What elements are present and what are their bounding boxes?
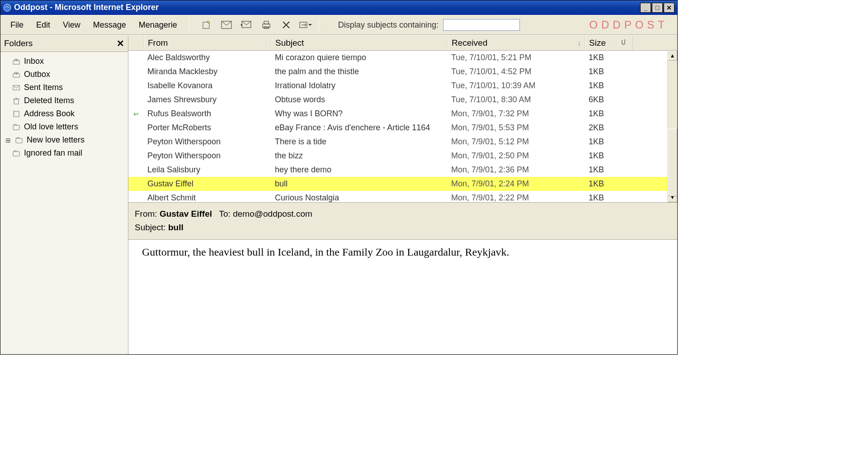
svg-rect-4: [263, 24, 270, 28]
maximize-button[interactable]: □: [652, 3, 663, 13]
message-size: 1KB: [585, 164, 617, 176]
message-list: Alec BaldsworthyMi corazon quiere tiempo…: [128, 51, 677, 203]
print-icon[interactable]: [259, 18, 274, 32]
preview-from: Gustav Eiffel: [160, 209, 212, 218]
folder-icon: [12, 149, 20, 157]
message-received: Mon, 7/9/01, 2:22 PM: [448, 192, 585, 202]
window-title: Oddpost - Microsoft Internet Explorer: [14, 3, 639, 12]
collapse-sidebar-button[interactable]: ✕: [117, 38, 124, 49]
inbox-icon: [12, 57, 20, 66]
svg-rect-13: [13, 125, 19, 130]
col-flag[interactable]: [128, 35, 144, 50]
message-from: Rufus Bealsworth: [144, 108, 271, 120]
message-row[interactable]: Peyton WitherspoonThere is a tideMon, 7/…: [128, 135, 667, 149]
message-row[interactable]: Alec BaldsworthyMi corazon quiere tiempo…: [128, 51, 667, 65]
mail-icon[interactable]: [219, 18, 234, 32]
preview-body: Guttormur, the heaviest bull in Iceland,…: [128, 240, 677, 354]
col-attachment[interactable]: [617, 35, 633, 50]
svg-point-0: [4, 4, 11, 11]
message-received: Tue, 7/10/01, 5:21 PM: [448, 52, 585, 64]
menu-menagerie[interactable]: Menagerie: [132, 18, 184, 33]
message-row[interactable]: Isabelle KovanoraIrrational IdolatryTue,…: [128, 79, 667, 93]
folder-label: Sent Items: [24, 83, 63, 92]
minimize-button[interactable]: _: [640, 3, 651, 13]
message-flag: ↩: [128, 109, 144, 119]
folder-label: Deleted Items: [24, 96, 74, 105]
sidebar-folder-address-book[interactable]: Address Book: [2, 107, 126, 120]
message-flag: [128, 183, 144, 185]
message-size: 1KB: [585, 80, 617, 92]
new-message-icon[interactable]: [199, 18, 214, 32]
sidebar-folder-outbox[interactable]: Outbox: [2, 68, 126, 81]
folder-label: New love letters: [27, 135, 85, 145]
delete-icon[interactable]: [279, 18, 293, 32]
message-received: Mon, 7/9/01, 7:32 PM: [448, 108, 585, 120]
col-received[interactable]: Received↓: [448, 35, 585, 50]
message-flag: [128, 169, 144, 171]
col-subject[interactable]: Subject: [271, 35, 448, 50]
folder-label: Address Book: [24, 109, 75, 119]
sidebar-folder-ignored-fan-mail[interactable]: Ignored fan mail: [2, 147, 126, 160]
toolbar-icons: [195, 15, 313, 34]
main-area: Folders ✕ InboxOutboxSent ItemsDeleted I…: [0, 35, 677, 354]
message-from: Peyton Witherspoon: [144, 136, 271, 148]
message-row[interactable]: ↩Rufus BealsworthWhy was I BORN?Mon, 7/9…: [128, 107, 667, 121]
message-row[interactable]: Leila Salisburyhey there demoMon, 7/9/01…: [128, 163, 667, 177]
sidebar-folder-inbox[interactable]: Inbox: [2, 55, 126, 68]
message-row[interactable]: Peyton Witherspoonthe bizzMon, 7/9/01, 2…: [128, 149, 667, 163]
message-received: Mon, 7/9/01, 2:50 PM: [448, 150, 585, 162]
message-size: 1KB: [585, 108, 617, 120]
message-flag: [128, 197, 144, 200]
folders-sidebar: Folders ✕ InboxOutboxSent ItemsDeleted I…: [0, 35, 128, 354]
message-row[interactable]: Miranda Macklesbythe palm and the thistl…: [128, 65, 667, 79]
sidebar-folder-new-love-letters[interactable]: ⊞New love letters: [2, 133, 126, 147]
menu-view[interactable]: View: [57, 18, 87, 33]
folder-label: Old love letters: [24, 122, 78, 132]
col-size[interactable]: Size: [585, 35, 617, 50]
menubar: FileEditViewMessageMenagerie: [0, 15, 184, 34]
message-from: Isabelle Kovanora: [144, 80, 271, 92]
menu-message[interactable]: Message: [87, 18, 132, 33]
message-subject: eBay France : Avis d'enchere - Article 1…: [271, 122, 448, 134]
message-attachment: [617, 99, 633, 101]
message-row[interactable]: James ShrewsburyObtuse wordsTue, 7/10/01…: [128, 93, 667, 107]
message-attachment: [617, 141, 633, 143]
folder-label: Ignored fan mail: [24, 148, 82, 158]
toolbar-separator: [319, 18, 319, 31]
sidebar-folder-old-love-letters[interactable]: Old love letters: [2, 120, 126, 133]
col-received-label: Received: [452, 38, 487, 48]
message-subject: Mi corazon quiere tiempo: [271, 52, 448, 64]
message-received: Mon, 7/9/01, 5:53 PM: [448, 122, 585, 134]
message-size: 1KB: [585, 192, 617, 202]
menu-file[interactable]: File: [4, 18, 30, 33]
move-to-icon[interactable]: [299, 18, 313, 32]
reply-icon[interactable]: [239, 18, 254, 32]
col-from[interactable]: From: [144, 35, 271, 50]
svg-rect-5: [264, 21, 269, 24]
sidebar-folder-deleted-items[interactable]: Deleted Items: [2, 94, 126, 107]
expand-toggle-icon[interactable]: ⊞: [5, 137, 11, 144]
message-received: Tue, 7/10/01, 10:39 AM: [448, 80, 585, 92]
message-attachment: [617, 85, 633, 87]
message-size: 1KB: [585, 150, 617, 162]
close-button[interactable]: ✕: [664, 3, 675, 13]
message-received: Tue, 7/10/01, 4:52 PM: [448, 66, 585, 78]
message-attachment: [617, 183, 633, 185]
preview-subject: bull: [168, 223, 184, 232]
message-subject: bull: [271, 178, 448, 190]
scroll-up-button[interactable]: ▲: [668, 51, 677, 61]
folder-icon: [12, 123, 20, 131]
message-flag: [128, 85, 144, 87]
message-row[interactable]: Gustav EiffelbullMon, 7/9/01, 2:24 PM1KB: [128, 177, 667, 191]
message-row[interactable]: Porter McRobertseBay France : Avis d'enc…: [128, 121, 667, 135]
message-row[interactable]: Albert SchmitCurious NostalgiaMon, 7/9/0…: [128, 191, 667, 202]
filter-label: Display subjects containing:: [338, 20, 439, 30]
scroll-track[interactable]: [668, 61, 677, 192]
sidebar-folder-sent-items[interactable]: Sent Items: [2, 81, 126, 94]
filter-input[interactable]: [443, 19, 520, 31]
scroll-thumb[interactable]: [668, 128, 677, 196]
message-from: James Shrewsbury: [144, 94, 271, 106]
menu-edit[interactable]: Edit: [30, 18, 57, 33]
message-received: Mon, 7/9/01, 5:12 PM: [448, 136, 585, 148]
scrollbar[interactable]: ▲ ▼: [667, 51, 677, 202]
